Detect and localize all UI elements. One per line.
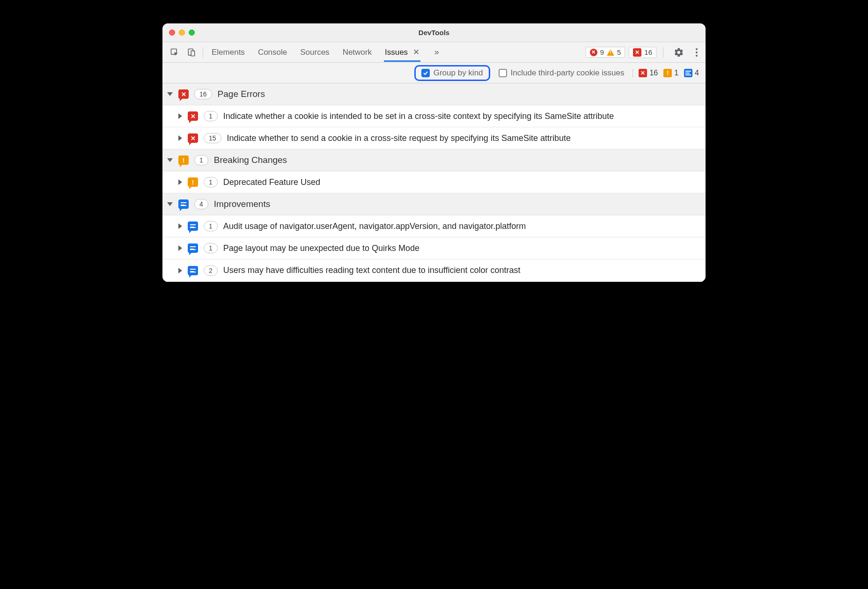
svg-point-4 xyxy=(696,52,698,53)
group-count-badge: 16 xyxy=(194,89,212,99)
error-circle-icon: ✕ xyxy=(590,49,597,56)
issue-count-badge: 1 xyxy=(204,243,218,253)
group-header-breaking-changes[interactable]: ! 1 Breaking Changes xyxy=(162,149,706,171)
include-third-party-option[interactable]: Include third-party cookie issues xyxy=(499,68,625,78)
chevron-right-icon[interactable] xyxy=(178,113,182,119)
console-status-chip[interactable]: ✕ 9 5 xyxy=(586,47,625,58)
tab-issues-label: Issues xyxy=(385,48,408,57)
minimize-window-button[interactable] xyxy=(179,29,185,36)
warning-speech-icon: ! xyxy=(178,155,189,165)
panel-tabs: Elements Console Sources Network Issues … xyxy=(211,43,439,62)
issue-item[interactable]: 1 Audit usage of navigator.userAgent, na… xyxy=(162,215,706,237)
issue-title: Indicate whether to send a cookie in a c… xyxy=(227,132,701,144)
svg-rect-8 xyxy=(685,74,691,75)
zoom-window-button[interactable] xyxy=(189,29,195,36)
error-square-icon: ✕ xyxy=(633,48,641,57)
issue-counts: ✕ 16 ! 1 4 xyxy=(633,69,699,77)
info-count: 4 xyxy=(695,69,699,77)
issue-title: Deprecated Feature Used xyxy=(223,176,701,188)
checkbox-unchecked-icon xyxy=(499,69,507,77)
chevron-right-icon[interactable] xyxy=(178,179,182,185)
group-label: Breaking Changes xyxy=(214,155,287,165)
tab-sources[interactable]: Sources xyxy=(299,43,330,62)
issue-title: Audit usage of navigator.userAgent, navi… xyxy=(223,220,701,232)
chevron-down-icon[interactable] xyxy=(167,158,173,162)
toolbar-divider xyxy=(203,47,203,58)
traffic-lights xyxy=(162,29,195,36)
close-tab-icon[interactable]: ✕ xyxy=(413,48,419,57)
settings-button[interactable] xyxy=(670,45,688,59)
error-square-icon: ✕ xyxy=(639,69,647,77)
more-options-button[interactable] xyxy=(691,46,702,59)
group-header-page-errors[interactable]: ✕ 16 Page Errors xyxy=(162,83,706,105)
group-count-badge: 1 xyxy=(194,155,208,165)
issue-item[interactable]: 2 Users may have difficulties reading te… xyxy=(162,259,706,281)
info-speech-icon xyxy=(178,199,189,209)
chevron-right-icon[interactable] xyxy=(178,135,182,141)
svg-point-3 xyxy=(696,48,698,50)
info-square-icon xyxy=(684,69,692,77)
issue-count-badge: 1 xyxy=(204,221,218,231)
warning-speech-icon: ! xyxy=(188,177,198,187)
issue-count-badge: 1 xyxy=(204,111,218,121)
error-speech-icon: ✕ xyxy=(188,133,198,143)
inspect-element-button[interactable] xyxy=(166,46,183,59)
issue-error-count: 16 xyxy=(644,48,652,56)
group-label: Improvements xyxy=(214,199,270,209)
issues-status-chip[interactable]: ✕ 16 xyxy=(629,47,656,58)
issue-title: Users may have difficulties reading text… xyxy=(223,264,701,276)
issue-item[interactable]: ! 1 Deprecated Feature Used xyxy=(162,171,706,193)
toolbar-right: ✕ 9 5 ✕ 16 xyxy=(586,45,702,59)
group-label: Page Errors xyxy=(218,89,265,99)
tab-console[interactable]: Console xyxy=(257,43,288,62)
titlebar: DevTools xyxy=(162,23,706,42)
more-tabs-button[interactable]: » xyxy=(434,47,439,57)
chevron-right-icon[interactable] xyxy=(178,268,182,273)
window-title: DevTools xyxy=(162,29,706,37)
group-by-kind-option[interactable]: Group by kind xyxy=(414,65,490,81)
warning-triangle-icon xyxy=(607,49,614,56)
console-error-count: 9 xyxy=(600,48,604,56)
svg-rect-7 xyxy=(685,73,690,74)
toolbar-divider xyxy=(663,47,663,58)
include-third-party-label: Include third-party cookie issues xyxy=(511,68,625,78)
issues-list: ✕ 16 Page Errors ✕ 1 Indicate whether a … xyxy=(162,83,706,282)
issue-count-badge: 15 xyxy=(204,133,221,143)
info-count-pair[interactable]: 4 xyxy=(684,69,699,77)
svg-rect-6 xyxy=(685,71,691,72)
issue-count-badge: 2 xyxy=(204,265,218,276)
chevron-down-icon[interactable] xyxy=(167,92,173,96)
warning-square-icon: ! xyxy=(663,69,672,77)
tab-elements[interactable]: Elements xyxy=(211,43,246,62)
info-speech-icon xyxy=(188,243,198,253)
error-count-pair[interactable]: ✕ 16 xyxy=(639,69,658,77)
warning-count: 1 xyxy=(674,69,678,77)
device-toolbar-button[interactable] xyxy=(183,46,200,59)
error-speech-icon: ✕ xyxy=(178,89,189,99)
issue-item[interactable]: 1 Page layout may be unexpected due to Q… xyxy=(162,237,706,259)
group-by-kind-label: Group by kind xyxy=(434,68,483,78)
svg-rect-2 xyxy=(191,51,195,56)
tab-issues[interactable]: Issues ✕ xyxy=(384,43,420,62)
error-count: 16 xyxy=(649,69,658,77)
info-speech-icon xyxy=(188,221,198,231)
warning-count-pair[interactable]: ! 1 xyxy=(663,69,678,77)
issues-filter-bar: Group by kind Include third-party cookie… xyxy=(162,63,706,83)
chevron-right-icon[interactable] xyxy=(178,223,182,229)
tab-network[interactable]: Network xyxy=(342,43,373,62)
close-window-button[interactable] xyxy=(169,29,175,36)
issue-count-badge: 1 xyxy=(204,177,218,187)
devtools-window: DevTools Elements Console Sources Networ… xyxy=(162,23,706,282)
checkbox-checked-icon xyxy=(421,69,430,77)
chevron-right-icon[interactable] xyxy=(178,245,182,251)
devtools-toolbar: Elements Console Sources Network Issues … xyxy=(162,42,706,63)
group-header-improvements[interactable]: 4 Improvements xyxy=(162,193,706,215)
svg-point-5 xyxy=(696,55,698,57)
issue-item[interactable]: ✕ 15 Indicate whether to send a cookie i… xyxy=(162,127,706,149)
group-count-badge: 4 xyxy=(194,199,208,209)
error-speech-icon: ✕ xyxy=(188,111,198,121)
chevron-down-icon[interactable] xyxy=(167,202,173,206)
console-warning-count: 5 xyxy=(617,48,621,56)
issue-title: Indicate whether a cookie is intended to… xyxy=(223,110,701,122)
issue-item[interactable]: ✕ 1 Indicate whether a cookie is intende… xyxy=(162,105,706,127)
